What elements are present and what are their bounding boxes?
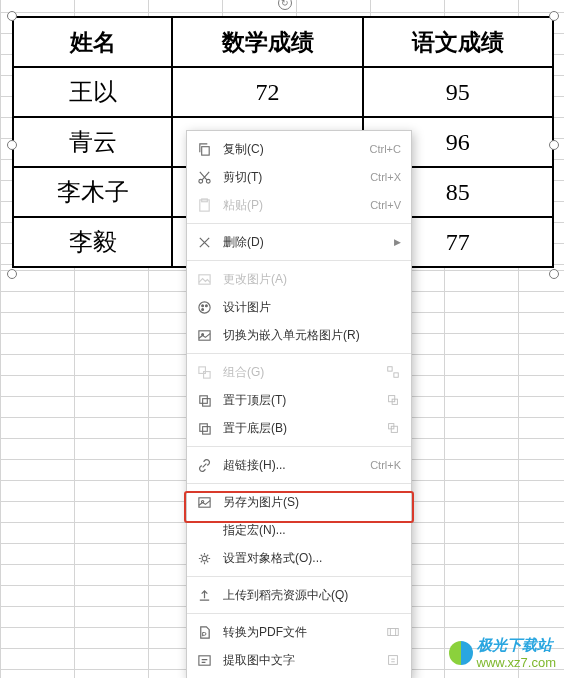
menu-group: 组合(G) (187, 358, 411, 386)
menu-cut-shortcut: Ctrl+X (370, 171, 401, 183)
menu-separator (187, 446, 411, 447)
cell-name: 李毅 (13, 217, 172, 267)
menu-bring-front-label: 置于顶层(T) (223, 392, 385, 409)
menu-change-picture: 更改图片(A) (187, 265, 411, 293)
menu-embed-label: 切换为嵌入单元格图片(R) (223, 327, 401, 344)
options-icon (385, 420, 401, 436)
menu-design-picture[interactable]: 设计图片 (187, 293, 411, 321)
menu-upload-to-docer[interactable]: 上传到稻壳资源中心(Q) (187, 581, 411, 609)
design-picture-icon (195, 298, 213, 316)
format-object-icon (195, 549, 213, 567)
cell-chinese: 95 (363, 67, 553, 117)
menu-save-as-picture[interactable]: 另存为图片(S) (187, 488, 411, 516)
watermark-url: www.xz7.com (477, 655, 556, 670)
header-chinese: 语文成绩 (363, 17, 553, 67)
cut-icon (195, 168, 213, 186)
cell-math: 72 (172, 67, 362, 117)
cell-name: 青云 (13, 117, 172, 167)
svg-rect-15 (394, 373, 398, 377)
menu-extract-text[interactable]: 提取图中文字 (187, 646, 411, 674)
paste-icon (195, 196, 213, 214)
menu-hyperlink-label: 超链接(H)... (223, 457, 370, 474)
menu-embed-in-cell[interactable]: 切换为嵌入单元格图片(R) (187, 321, 411, 349)
context-menu: 复制(C) Ctrl+C 剪切(T) Ctrl+X 粘贴(P) Ctrl+V 删… (186, 130, 412, 678)
menu-send-to-back[interactable]: 置于底层(B) (187, 414, 411, 442)
menu-separator (187, 223, 411, 224)
upload-icon (195, 586, 213, 604)
menu-save-as-picture-label: 另存为图片(S) (223, 494, 401, 511)
header-name: 姓名 (13, 17, 172, 67)
menu-assign-macro[interactable]: 指定宏(N)... (187, 516, 411, 544)
resize-handle-mr[interactable] (549, 140, 559, 150)
hyperlink-icon (195, 456, 213, 474)
menu-send-back-label: 置于底层(B) (223, 420, 385, 437)
menu-cut-label: 剪切(T) (223, 169, 370, 186)
menu-paste: 粘贴(P) Ctrl+V (187, 191, 411, 219)
resize-handle-ml[interactable] (7, 140, 17, 150)
menu-format-object-label: 设置对象格式(O)... (223, 550, 401, 567)
resize-handle-bl[interactable] (7, 269, 17, 279)
menu-separator (187, 576, 411, 577)
menu-separator (187, 483, 411, 484)
menu-paste-shortcut: Ctrl+V (370, 199, 401, 211)
cell-name: 王以 (13, 67, 172, 117)
svg-point-9 (201, 308, 203, 310)
copy-icon (195, 140, 213, 158)
menu-separator (187, 260, 411, 261)
menu-design-picture-label: 设计图片 (223, 299, 401, 316)
svg-rect-20 (202, 426, 210, 434)
watermark-brand: 极光下载站 (477, 636, 556, 655)
menu-separator (187, 353, 411, 354)
svg-rect-28 (198, 655, 209, 664)
menu-pdf-label: 转换为PDF文件 (223, 624, 385, 641)
svg-rect-12 (198, 366, 205, 373)
svg-rect-29 (389, 656, 398, 665)
watermark-logo-icon (449, 641, 473, 665)
options-icon (385, 392, 401, 408)
svg-point-8 (205, 304, 207, 306)
extract-text-icon (195, 651, 213, 669)
menu-group-label: 组合(G) (223, 364, 385, 381)
resize-handle-tr[interactable] (549, 11, 559, 21)
send-back-icon (195, 419, 213, 437)
svg-point-1 (198, 179, 202, 183)
bring-front-icon (195, 391, 213, 409)
svg-point-6 (198, 301, 209, 312)
menu-extract-text-label: 提取图中文字 (223, 652, 385, 669)
pdf-icon (195, 623, 213, 641)
svg-rect-14 (388, 367, 392, 371)
resize-handle-tl[interactable] (7, 11, 17, 21)
menu-format-object[interactable]: 设置对象格式(O)... (187, 544, 411, 572)
menu-delete[interactable]: 删除(D) ▶ (187, 228, 411, 256)
menu-hyperlink[interactable]: 超链接(H)... Ctrl+K (187, 451, 411, 479)
menu-hyperlink-shortcut: Ctrl+K (370, 459, 401, 471)
menu-convert-to-pdf[interactable]: 转换为PDF文件 (187, 618, 411, 646)
menu-change-picture-label: 更改图片(A) (223, 271, 401, 288)
group-icon (195, 363, 213, 381)
svg-point-26 (202, 556, 207, 561)
menu-separator (187, 613, 411, 614)
svg-point-7 (201, 304, 203, 306)
menu-paste-label: 粘贴(P) (223, 197, 370, 214)
svg-rect-0 (201, 146, 209, 154)
menu-copy[interactable]: 复制(C) Ctrl+C (187, 135, 411, 163)
menu-copy-shortcut: Ctrl+C (370, 143, 401, 155)
menu-delete-label: 删除(D) (223, 234, 390, 251)
menu-upload-label: 上传到稻壳资源中心(Q) (223, 587, 401, 604)
menu-copy-label: 复制(C) (223, 141, 370, 158)
table-header-row: 姓名 数学成绩 语文成绩 (13, 17, 553, 67)
svg-rect-16 (199, 395, 207, 403)
svg-rect-27 (388, 629, 399, 636)
svg-rect-5 (198, 274, 209, 283)
options-icon (385, 624, 401, 640)
svg-rect-13 (203, 371, 210, 378)
resize-handle-br[interactable] (549, 269, 559, 279)
options-icon (385, 364, 401, 380)
menu-cut[interactable]: 剪切(T) Ctrl+X (187, 163, 411, 191)
delete-icon (195, 233, 213, 251)
menu-bring-to-front[interactable]: 置于顶层(T) (187, 386, 411, 414)
submenu-arrow-icon: ▶ (394, 237, 401, 247)
header-math: 数学成绩 (172, 17, 362, 67)
save-as-picture-icon (195, 493, 213, 511)
options-icon (385, 652, 401, 668)
